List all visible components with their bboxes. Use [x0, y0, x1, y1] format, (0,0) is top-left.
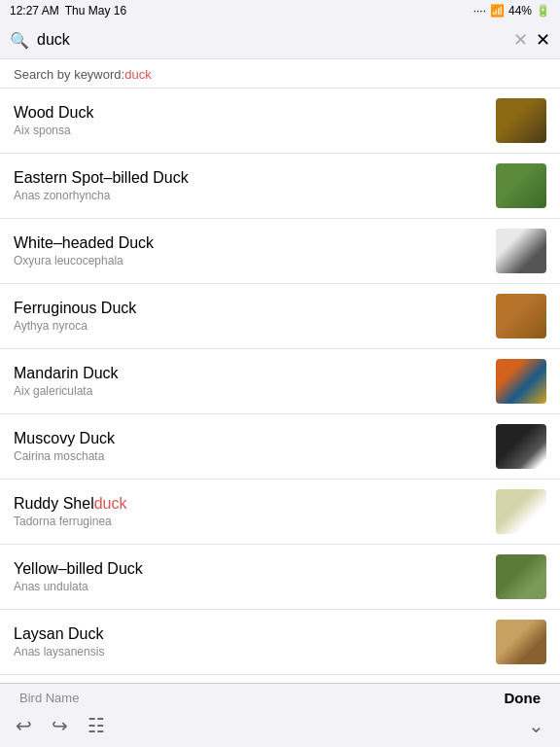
bird-thumbnail	[496, 554, 546, 599]
done-button[interactable]: Done	[505, 690, 542, 706]
bird-thumbnail	[496, 424, 546, 469]
forward-button[interactable]: ↪	[52, 714, 68, 737]
list-item[interactable]: Yellow–billed Duck Anas undulata	[0, 545, 560, 610]
bird-latin: Cairina moschata	[14, 449, 486, 463]
list-item[interactable]: Muscovy Duck Cairina moschata	[0, 414, 560, 480]
bird-info: White–headed Duck Oxyura leucocephala	[14, 234, 486, 267]
bird-thumbnail	[496, 620, 546, 664]
bird-latin: Aix galericulata	[14, 384, 486, 398]
time: 12:27 AM	[10, 4, 59, 18]
list-item[interactable]: Mandarin Duck Aix galericulata	[0, 349, 560, 414]
toolbar-label: Bird Name	[19, 691, 79, 705]
bird-thumbnail	[496, 229, 546, 273]
clear-button[interactable]: ✕	[513, 29, 528, 51]
bird-info: Mandarin Duck Aix galericulata	[14, 365, 486, 398]
search-bar: 🔍 ✕ ✕	[0, 21, 560, 59]
bird-latin: Anas undulata	[14, 580, 486, 593]
bird-latin: Oxyura leucocephala	[14, 254, 486, 267]
bird-thumbnail	[496, 489, 546, 534]
list-item[interactable]: Ruddy Shelduck Tadorna ferruginea	[0, 480, 560, 545]
copy-button[interactable]: ☷	[88, 714, 105, 737]
list-item[interactable]: Ferruginous Duck Aythya nyroca	[0, 284, 560, 349]
signal-icon: ····	[473, 4, 486, 18]
bird-info: Muscovy Duck Cairina moschata	[14, 430, 486, 463]
list-item[interactable]: White–headed Duck Oxyura leucocephala	[0, 219, 560, 284]
back-button[interactable]: ↩	[16, 714, 32, 737]
bird-info: Laysan Duck Anas laysanensis	[14, 625, 486, 658]
list-item[interactable]: Wood Duck Aix sponsa	[0, 89, 560, 154]
toolbar-label-row: Bird Name Done	[0, 684, 560, 710]
bird-thumbnail	[496, 359, 546, 404]
bird-latin: Anas laysanensis	[14, 645, 486, 658]
status-bar: 12:27 AM Thu May 16 ···· 📶 44% 🔋	[0, 0, 560, 21]
status-left: 12:27 AM Thu May 16	[10, 4, 126, 18]
bird-thumbnail	[496, 163, 546, 208]
status-right: ···· 📶 44% 🔋	[473, 4, 550, 18]
bird-latin: Aix sponsa	[14, 124, 486, 137]
bird-list: Wood Duck Aix sponsa Eastern Spot–billed…	[0, 89, 560, 747]
search-input[interactable]	[37, 31, 506, 49]
search-label: Search by keyword:duck	[0, 59, 560, 89]
date: Thu May 16	[65, 4, 126, 18]
search-icon: 🔍	[10, 31, 29, 50]
bird-info: Ferruginous Duck Aythya nyroca	[14, 300, 486, 333]
bird-info: Eastern Spot–billed Duck Anas zonorhynch…	[14, 169, 486, 202]
cancel-button[interactable]: ✕	[536, 29, 550, 51]
chevron-down-button[interactable]: ⌄	[528, 714, 544, 737]
bird-info: Yellow–billed Duck Anas undulata	[14, 560, 486, 593]
toolbar-buttons: ↩ ↪ ☷ ⌄	[0, 710, 560, 747]
bird-thumbnail	[496, 294, 546, 338]
bird-latin: Aythya nyroca	[14, 319, 486, 333]
bird-latin: Anas zonorhyncha	[14, 189, 486, 202]
bird-latin: Tadorna ferruginea	[14, 515, 486, 528]
bottom-toolbar: Bird Name Done ↩ ↪ ☷ ⌄	[0, 683, 560, 747]
list-item[interactable]: Eastern Spot–billed Duck Anas zonorhynch…	[0, 154, 560, 219]
wifi-icon: 📶	[490, 4, 505, 18]
list-item[interactable]: Laysan Duck Anas laysanensis	[0, 610, 560, 675]
bird-thumbnail	[496, 98, 546, 143]
battery-label: 44%	[508, 4, 532, 18]
battery-icon: 🔋	[536, 4, 550, 18]
bird-info: Ruddy Shelduck Tadorna ferruginea	[14, 495, 486, 528]
bird-info: Wood Duck Aix sponsa	[14, 104, 486, 137]
